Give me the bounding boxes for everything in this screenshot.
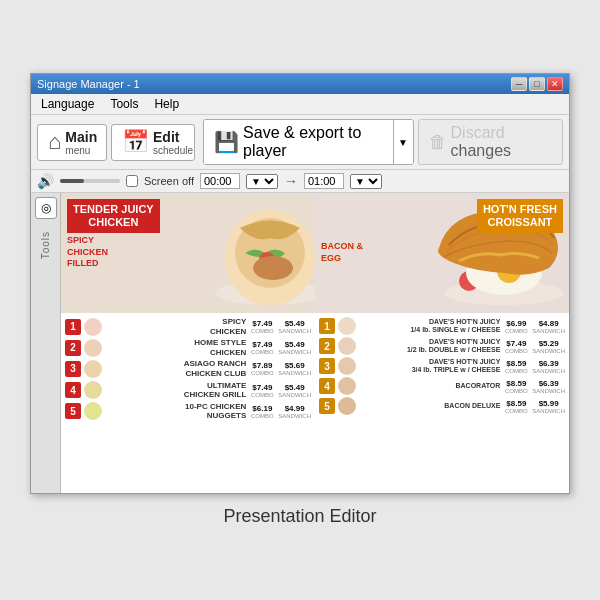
item-number: 3	[319, 358, 335, 374]
item-circle	[84, 381, 102, 399]
price-combo: $7.89 COMBO	[249, 361, 275, 376]
wrap-food-image	[195, 198, 315, 308]
price-sandwich: $5.99 SANDWICH	[532, 399, 565, 414]
save-label: Save	[243, 124, 279, 141]
item-circle	[84, 360, 102, 378]
price-combo: $6.99 COMBO	[503, 319, 529, 334]
trash-icon: 🗑	[429, 132, 447, 153]
item-name: SPICY CHICKEN	[105, 317, 246, 336]
price-combo: $8.59 COMBO	[503, 359, 529, 374]
screen-off-label: Screen off	[144, 175, 194, 187]
price-combo: $8.59 COMBO	[503, 379, 529, 394]
tool-circle-button[interactable]: ◎	[35, 197, 57, 219]
edit-button[interactable]: 📅 Edit schedule	[111, 124, 195, 161]
price-combo: $7.49 COMBO	[249, 340, 275, 355]
discard-label: Discard	[451, 124, 505, 141]
menu-tools[interactable]: Tools	[106, 96, 142, 112]
item-number: 1	[319, 318, 335, 334]
left-menu-row: 2 HOME STYLE CHICKEN $7.49 COMBO $5.49 S…	[65, 338, 311, 357]
arrow-right-icon: →	[284, 173, 298, 189]
item-circle	[84, 402, 102, 420]
left-menu-col: 1 SPICY CHICKEN $7.49 COMBO $5.49 SANDWI…	[61, 313, 315, 493]
title-bar: Signage Manager - 1 ─ □ ✕	[31, 74, 569, 94]
right-title: HOT'N FRESH CROISSANT	[477, 199, 563, 233]
home-icon: ⌂	[48, 129, 61, 155]
right-menu-row: 2 DAVE'S HOT'N JUICY 1/2 lb. DOUBLE w / …	[319, 337, 565, 355]
volume-icon: 🔊	[37, 173, 54, 189]
item-number: 5	[319, 398, 335, 414]
item-number: 2	[319, 338, 335, 354]
item-circle	[84, 339, 102, 357]
window-controls: ─ □ ✕	[511, 77, 563, 91]
item-name: BACON DELUXE	[359, 402, 500, 410]
item-name: BACORATOR	[359, 382, 500, 390]
menu-language[interactable]: Language	[37, 96, 98, 112]
item-circle	[338, 377, 356, 395]
banner-right: HOT'N FRESH CROISSANT BACON & EGG	[315, 193, 569, 313]
volume-slider[interactable]	[60, 179, 120, 183]
item-name: DAVE'S HOT'N JUICY 1/4 lb. SINGLE w / CH…	[359, 318, 500, 335]
calendar-icon: 📅	[122, 129, 149, 155]
right-menu-row: 1 DAVE'S HOT'N JUICY 1/4 lb. SINGLE w / …	[319, 317, 565, 335]
price-sandwich: $5.69 SANDWICH	[278, 361, 311, 376]
price-sandwich: $4.89 SANDWICH	[532, 319, 565, 334]
volume-fill	[60, 179, 84, 183]
time-start-select[interactable]: ▼	[246, 174, 278, 189]
price-combo: $6.19 COMBO	[249, 404, 275, 419]
item-number: 1	[65, 319, 81, 335]
price-sandwich: $5.49 SANDWICH	[278, 319, 311, 334]
left-menu-row: 3 ASIAGO RANCH CHICKEN CLUB $7.89 COMBO …	[65, 359, 311, 378]
item-name: ULTIMATE CHICKEN GRILL	[105, 381, 246, 400]
price-combo: $7.49 COMBO	[249, 383, 275, 398]
controls-bar: 🔊 Screen off ▼ → ▼	[31, 170, 569, 193]
left-menu-row: 5 10-PC CHICKEN NUGGETS $6.19 COMBO $4.9…	[65, 402, 311, 421]
item-name: 10-PC CHICKEN NUGGETS	[105, 402, 246, 421]
edit-sub: schedule	[153, 145, 193, 156]
item-name: DAVE'S HOT'N JUICY 1/2 lb. DOUBLE w / CH…	[359, 338, 500, 355]
page-caption: Presentation Editor	[223, 506, 376, 527]
minimize-button[interactable]: ─	[511, 77, 527, 91]
right-menu-row: 3 DAVE'S HOT'N JUICY 3/4 lb. TRIPLE w / …	[319, 357, 565, 375]
save-dropdown-button[interactable]: ▼	[394, 120, 413, 164]
price-sandwich: $5.29 SANDWICH	[532, 339, 565, 354]
discard-button[interactable]: 🗑 Discard changes	[418, 119, 563, 165]
price-sandwich: $6.39 SANDWICH	[532, 359, 565, 374]
price-combo: $7.49 COMBO	[249, 319, 275, 334]
item-circle	[338, 357, 356, 375]
price-sandwich: $4.99 SANDWICH	[278, 404, 311, 419]
right-menu-row: 5 BACON DELUXE $8.59 COMBO $5.99 SANDWIC…	[319, 397, 565, 415]
item-name: ASIAGO RANCH CHICKEN CLUB	[105, 359, 246, 378]
right-subtitle: BACON & EGG	[321, 241, 363, 264]
menu-bar: Language Tools Help	[31, 94, 569, 115]
time-start-input[interactable]	[200, 173, 240, 189]
item-circle	[84, 318, 102, 336]
main-menu-button[interactable]: ⌂ Main menu	[37, 124, 107, 161]
right-menu-col: 1 DAVE'S HOT'N JUICY 1/4 lb. SINGLE w / …	[315, 313, 569, 493]
toolbar: ⌂ Main menu 📅 Edit schedule 💾 Save & exp…	[31, 115, 569, 170]
screen-off-checkbox[interactable]	[126, 175, 138, 187]
maximize-button[interactable]: □	[529, 77, 545, 91]
item-circle	[338, 337, 356, 355]
price-combo: $8.59 COMBO	[503, 399, 529, 414]
time-end-input[interactable]	[304, 173, 344, 189]
presentation-canvas: TENDER JUICY CHICKEN SPICY CHICKEN FILLE…	[61, 193, 569, 493]
canvas-area: TENDER JUICY CHICKEN SPICY CHICKEN FILLE…	[61, 193, 569, 493]
tools-sidebar: ◎ Tools	[31, 193, 61, 493]
left-subtitle: SPICY CHICKEN FILLED	[67, 235, 108, 270]
item-number: 5	[65, 403, 81, 419]
main-menu-sub: menu	[65, 145, 90, 156]
item-circle	[338, 317, 356, 335]
main-menu-label: Main	[65, 129, 97, 145]
item-number: 3	[65, 361, 81, 377]
close-button[interactable]: ✕	[547, 77, 563, 91]
menu-help[interactable]: Help	[150, 96, 183, 112]
save-icon: 💾	[214, 130, 239, 154]
save-button[interactable]: 💾 Save & export to player	[204, 120, 393, 164]
left-title: TENDER JUICY CHICKEN	[67, 199, 160, 233]
app-window: Signage Manager - 1 ─ □ ✕ Language Tools…	[30, 73, 570, 494]
item-name: HOME STYLE CHICKEN	[105, 338, 246, 357]
time-end-select[interactable]: ▼	[350, 174, 382, 189]
left-menu-row: 4 ULTIMATE CHICKEN GRILL $7.49 COMBO $5.…	[65, 381, 311, 400]
right-menu-row: 4 BACORATOR $8.59 COMBO $6.39 SANDWICH	[319, 377, 565, 395]
edit-label: Edit	[153, 129, 179, 145]
